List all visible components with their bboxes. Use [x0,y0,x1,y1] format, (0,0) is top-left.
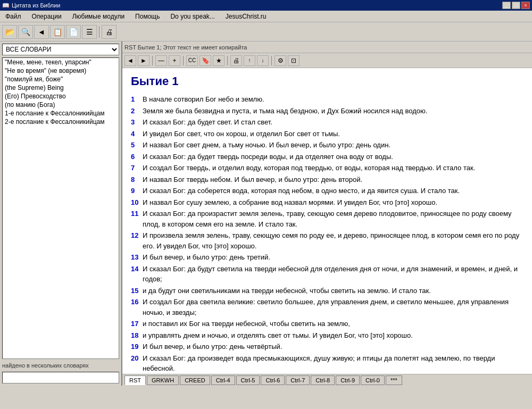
list-item[interactable]: 2-е послание к Фессалоникийцам [3,118,119,126]
dictionary-list[interactable]: "Мене, мене, текел, упарсин""Не во время… [2,57,119,359]
maximize-button[interactable]: □ [512,2,520,9]
title-bar-icon: 📖 [2,2,10,9]
toolbar-search-button[interactable]: 🔍 [18,25,33,39]
verse-number: 9 [131,186,140,196]
verse-number: 1 [131,94,140,105]
nav-separator-4 [271,56,272,65]
nav-star-button[interactable]: ★ [213,55,225,66]
verse-text: и поставил их Бог на тверди небесной, чт… [143,319,350,329]
verse-number: 3 [131,117,140,128]
menu-favorites[interactable]: Любимые модули [69,12,128,21]
verse-text: И увидел Бог свет, что он хорош, и отдел… [143,129,340,139]
menu-help[interactable]: Помощь [132,12,163,21]
bottom-tab-ctrl-9[interactable]: Ctrl-9 [336,375,360,385]
search-input[interactable] [2,372,119,383]
verse-text: И назвал Бог твердь небом. И был вечер, … [143,174,362,185]
toolbar-print-button[interactable]: 🖨 [102,25,117,39]
left-panel: ВСЕ СЛОВАРИ "Мене, мене, текел, упарсин"… [0,41,122,386]
chapter-title: Бытие 1 [131,72,523,90]
verse-number: 4 [131,129,140,139]
bottom-tab-ctrl-5[interactable]: Ctrl-5 [236,375,260,385]
main-toolbar: 📂 🔍 ◄ 📋 📄 ☰ 🖨 [0,22,532,41]
nav-plus-button[interactable]: + [169,55,180,66]
bottom-tab-ctrl-8[interactable]: Ctrl-8 [311,375,335,385]
address-text: RST Бытие 1; Этот текст не имеет копирай… [124,44,247,51]
verse-number: 12 [131,230,140,251]
verse-row: 14И сказал Бог: да будут светила на твер… [131,264,523,285]
nav-minus-button[interactable]: — [155,55,167,66]
menu-speak[interactable]: Do you speak... [167,12,218,21]
verse-row: 3И сказал Бог: да будет свет. И стал све… [131,117,523,128]
bible-content: Бытие 1 1В начале сотворил Бог небо и зе… [122,68,532,374]
close-button[interactable]: × [521,2,530,9]
nav-import-button[interactable]: ↓ [257,55,269,66]
bottom-tab-ctrl-0[interactable]: Ctrl-0 [361,375,385,385]
bottom-tab-grkwh[interactable]: GRKWH [147,375,179,385]
verse-number: 14 [131,264,140,285]
verse-number: 2 [131,106,140,116]
nav-copy-button[interactable]: CC [186,55,198,66]
nav-next-button[interactable]: ► [138,55,149,66]
verse-row: 8И назвал Бог твердь небом. И был вечер,… [131,174,523,185]
nav-prev-button[interactable]: ◄ [124,55,136,66]
search-status: найдено в нескольких словарях [2,361,119,370]
nav-export-button[interactable]: ↑ [244,55,255,66]
nav-print-button[interactable]: 🖨 [230,55,242,66]
verse-row: 17и поставил их Бог на тверди небесной, … [131,319,523,329]
verse-row: 5И назвал Бог свет днем, а тьму ночью. И… [131,140,523,151]
toolbar-open-button[interactable]: 📂 [2,25,17,39]
verse-row: 11И сказал Бог: да произрастит земля зел… [131,208,523,229]
verse-row: 16И создал Бог два светила великие: свет… [131,297,523,318]
verse-row: 1В начале сотворил Бог небо и землю. [131,94,523,105]
minimize-button[interactable]: _ [502,2,511,9]
list-item[interactable]: 1-е послание к Фессалоникийцам [3,109,119,118]
verse-row: 13И был вечер, и было утро: день третий. [131,252,523,263]
nav-bookmark-button[interactable]: 🔖 [200,55,211,66]
nav-separator-1 [152,56,153,65]
bottom-tab-ctrl-4[interactable]: Ctrl-4 [211,375,235,385]
verse-number: 16 [131,297,140,318]
verse-number: 13 [131,252,140,263]
title-bar: 📖 Цитата из Библии _ □ × [0,0,532,11]
title-bar-text: Цитата из Библии [12,2,60,9]
nav-settings-button[interactable]: ⚙ [275,55,286,66]
list-item[interactable]: "помилуй мя, боже" [3,75,119,84]
toolbar-paste-button[interactable]: 📄 [66,25,81,39]
list-item[interactable]: "Мене, мене, текел, упарсин" [3,58,119,66]
verse-text: И создал Бог два светила великие: светил… [143,297,523,318]
verse-row: 7И создал Бог твердь, и отделил воду, ко… [131,163,523,173]
verse-text: И назвал Бог свет днем, а тьму ночью. И … [143,140,390,151]
bottom-tab-creed[interactable]: CREED [180,375,210,385]
nav-separator-2 [183,56,184,65]
menu-jesuschrist[interactable]: JesusChrist.ru [222,12,270,21]
bottom-tab-ctrl-7[interactable]: Ctrl-7 [286,375,310,385]
nav-toolbar: ◄ ► — + CC 🔖 ★ 🖨 ↑ ↓ ⚙ ⊡ [122,53,532,68]
bottom-tab----[interactable]: *** [386,375,402,385]
bottom-tab-rst[interactable]: RST [124,375,146,385]
list-item[interactable]: "Не во время" (не вовремя) [3,66,119,75]
toolbar-back-button[interactable]: ◄ [34,25,49,39]
verse-row: 15и да будут они светильниками на тверди… [131,286,523,296]
menu-file[interactable]: Файл [2,12,24,21]
verse-number: 5 [131,140,140,151]
verse-row: 19И был вечер, и было утро: день четвёрт… [131,341,523,352]
verse-text: Земля же была безвидна и пуста, и тьма н… [143,106,427,116]
list-item[interactable]: (по манию (Бога) [3,101,119,109]
bottom-tab-ctrl-6[interactable]: Ctrl-6 [261,375,285,385]
dictionary-dropdown[interactable]: ВСЕ СЛОВАРИ [2,44,119,55]
verse-text: И был вечер, и было утро: день четвёртый… [143,341,282,352]
address-bar: RST Бытие 1; Этот текст не имеет копирай… [122,41,532,53]
verse-number: 19 [131,341,140,352]
toolbar-copy-button[interactable]: 📋 [50,25,65,39]
nav-separator-3 [227,56,228,65]
list-item[interactable]: (the Supreme) Being [3,84,119,92]
verse-number: 7 [131,163,140,173]
menu-bar: Файл Операции Любимые модули Помощь Do y… [0,11,532,22]
toolbar-list-button[interactable]: ☰ [82,25,97,39]
verse-row: 6И сказал Бог: да будет твердь посреди в… [131,152,523,162]
right-panel: RST Бытие 1; Этот текст не имеет копирай… [122,41,532,386]
list-item[interactable]: (Его) Превосходство [3,92,119,101]
menu-operations[interactable]: Операции [29,12,65,21]
nav-fullscreen-button[interactable]: ⊡ [288,55,300,66]
verse-text: И сказал Бог: да будет твердь посреди во… [143,152,393,162]
